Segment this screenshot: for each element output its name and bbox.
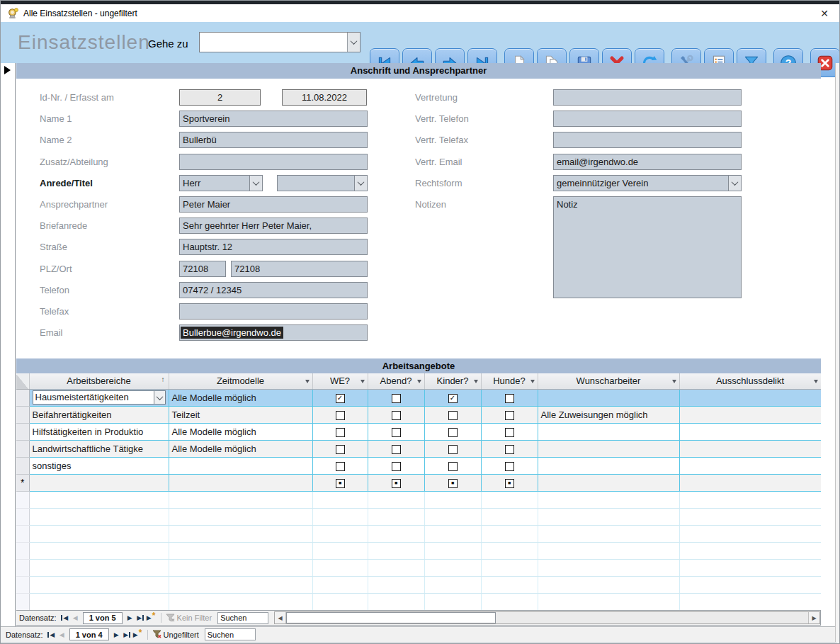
next-record-nav-button[interactable]: ▶: [111, 629, 122, 640]
row-selector[interactable]: [16, 440, 29, 457]
filter-state-label[interactable]: Ungefiltert: [164, 631, 199, 639]
erfasst-am-field[interactable]: 11.08.2022: [282, 89, 367, 106]
first-record-nav-button[interactable]: ◀: [46, 629, 57, 640]
kinder-cell[interactable]: [424, 457, 481, 474]
abend-cell[interactable]: [368, 457, 424, 474]
chevron-down-icon[interactable]: [347, 33, 360, 52]
row-selector[interactable]: [16, 406, 29, 423]
wunscharbeiter-cell[interactable]: Alle Zuweisungen möglich: [538, 406, 679, 423]
wunscharbeiter-cell[interactable]: [538, 457, 679, 474]
anrede-combobox[interactable]: Herr: [179, 175, 263, 191]
checkbox[interactable]: [336, 428, 345, 437]
checkbox[interactable]: [392, 394, 401, 403]
column-header-arbeitsbereiche[interactable]: Arbeitsbereiche↑: [29, 373, 169, 389]
row-selector[interactable]: [16, 423, 29, 440]
hunde-cell[interactable]: [481, 457, 538, 474]
checkbox[interactable]: [505, 428, 514, 437]
hunde-cell[interactable]: ■: [481, 474, 538, 491]
we-cell[interactable]: [312, 423, 368, 440]
zusatz-field[interactable]: [179, 154, 368, 170]
zeitmodell-cell[interactable]: Teilzeit: [169, 406, 312, 423]
vertretung-field[interactable]: [553, 89, 742, 106]
window-close-icon[interactable]: ✕: [816, 8, 833, 19]
checkbox[interactable]: [448, 428, 458, 437]
checkbox[interactable]: [336, 411, 345, 420]
null-checkbox[interactable]: ■: [392, 479, 401, 488]
ausschlussdelikt-cell[interactable]: [679, 423, 821, 440]
ort-field[interactable]: 72108: [231, 261, 368, 277]
row-selector[interactable]: [16, 389, 29, 406]
briefanrede-field[interactable]: Sehr geehrter Herr Peter Maier,: [179, 218, 368, 234]
column-header-kinder[interactable]: Kinder?: [424, 373, 481, 389]
ausschlussdelikt-cell[interactable]: [679, 440, 821, 457]
kinder-cell[interactable]: [424, 406, 481, 423]
zeitmodell-cell[interactable]: [169, 457, 312, 474]
arbeitsbereich-cell[interactable]: Hilfstätigkeiten in Produktio: [29, 423, 169, 440]
arbeitsbereich-cell[interactable]: sonstiges: [29, 457, 169, 474]
checkbox[interactable]: [392, 462, 401, 471]
vertr-telefon-field[interactable]: [553, 111, 742, 127]
chevron-down-icon[interactable]: [728, 176, 741, 191]
arbeitsbereich-cell[interactable]: [29, 474, 169, 491]
arbeitsbereich-combobox[interactable]: Hausmeistertätigkeiten: [33, 390, 166, 405]
new-record-nav-button[interactable]: ▶*: [146, 612, 157, 623]
abend-cell[interactable]: [368, 389, 424, 406]
row-selector[interactable]: [16, 457, 29, 474]
checkbox[interactable]: [336, 445, 345, 454]
filter-state-label[interactable]: Kein Filter: [177, 614, 212, 622]
zeitmodell-cell[interactable]: Alle Modelle möglich: [169, 389, 312, 406]
checkbox[interactable]: [505, 411, 514, 420]
checkbox[interactable]: [505, 394, 514, 403]
record-selector-strip[interactable]: [1, 63, 16, 626]
kinder-cell[interactable]: [424, 423, 481, 440]
column-header-hunde[interactable]: Hunde?: [481, 373, 538, 389]
horizontal-scrollbar[interactable]: ◀▶: [274, 611, 820, 624]
abend-cell[interactable]: [368, 440, 424, 457]
zeitmodell-cell[interactable]: Alle Modelle möglich: [169, 423, 312, 440]
hunde-cell[interactable]: [481, 389, 538, 406]
null-checkbox[interactable]: ■: [448, 479, 458, 488]
scroll-left-icon[interactable]: ◀: [275, 612, 286, 623]
goto-combobox[interactable]: [199, 32, 361, 52]
column-header-ausschlussdelikt[interactable]: Ausschlussdelikt: [679, 373, 821, 389]
column-header-abend[interactable]: Abend?: [368, 373, 424, 389]
new-record-selector[interactable]: *: [16, 474, 29, 491]
arbeitsbereich-cell[interactable]: Beifahrertätigkeiten: [29, 406, 169, 423]
first-record-nav-button[interactable]: ◀: [59, 612, 70, 623]
column-header-wunscharbeiter[interactable]: Wunscharbeiter: [538, 373, 679, 389]
wunscharbeiter-cell[interactable]: [538, 389, 679, 406]
email-field[interactable]: Bullerbue@irgendwo.de: [179, 324, 368, 341]
null-checkbox[interactable]: ■: [336, 479, 345, 488]
notizen-field[interactable]: Notiz: [553, 196, 742, 298]
we-cell[interactable]: ✓: [312, 389, 368, 406]
arbeitsbereich-cell[interactable]: Landwirtschaftliche Tätigke: [29, 440, 169, 457]
next-record-nav-button[interactable]: ▶: [125, 612, 135, 623]
we-cell[interactable]: ■: [312, 474, 368, 491]
ansprechpartner-field[interactable]: Peter Maier: [179, 196, 368, 213]
kinder-cell[interactable]: ✓: [424, 389, 481, 406]
id-field[interactable]: 2: [179, 89, 261, 106]
goto-input[interactable]: [200, 33, 347, 52]
we-cell[interactable]: [312, 406, 368, 423]
form-search-input[interactable]: [205, 628, 256, 640]
checkbox[interactable]: [505, 462, 514, 471]
datasheet-corner-cell[interactable]: [16, 373, 29, 389]
we-cell[interactable]: [312, 457, 368, 474]
checkbox[interactable]: [392, 411, 401, 420]
checkbox[interactable]: ✓: [448, 394, 458, 403]
vertr-email-field[interactable]: email@irgendwo.de: [553, 154, 742, 170]
zeitmodell-cell[interactable]: Alle Modelle möglich: [169, 440, 312, 457]
kinder-cell[interactable]: [424, 440, 481, 457]
hunde-cell[interactable]: [481, 423, 538, 440]
strasse-field[interactable]: Hauptstr. 12: [179, 239, 368, 255]
checkbox[interactable]: [505, 445, 514, 454]
last-record-nav-button[interactable]: ▶: [135, 612, 146, 623]
abend-cell[interactable]: [368, 406, 424, 423]
abend-cell[interactable]: ■: [368, 474, 424, 491]
column-header-zeitmodelle[interactable]: Zeitmodelle: [169, 373, 312, 389]
name1-field[interactable]: Sportverein: [179, 111, 368, 127]
wunscharbeiter-cell[interactable]: [538, 474, 679, 491]
subform-search-input[interactable]: [217, 612, 268, 624]
column-header-we[interactable]: WE?: [312, 373, 368, 389]
previous-record-nav-button[interactable]: ◀: [70, 612, 81, 623]
